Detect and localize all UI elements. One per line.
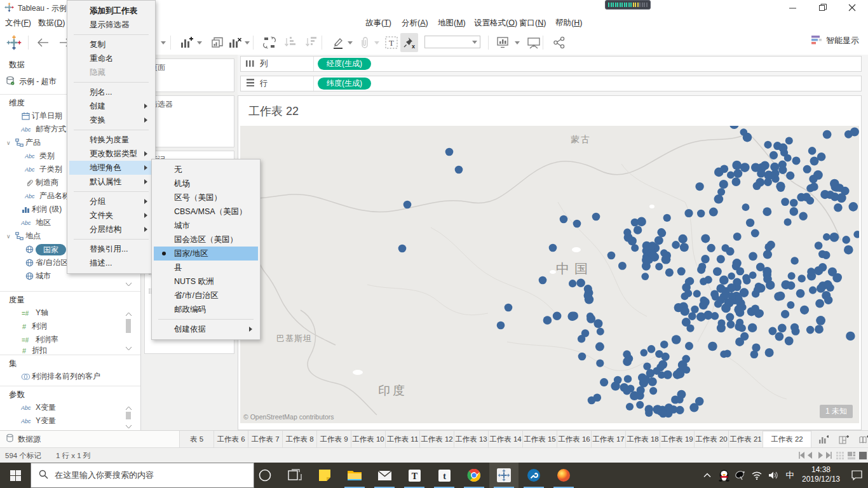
caret-down-icon[interactable]: [513, 33, 522, 52]
map-mark[interactable]: [790, 199, 798, 207]
map-mark[interactable]: [775, 332, 784, 341]
map-mark[interactable]: [785, 137, 793, 144]
menu-item-地理角色[interactable]: 地理角色: [69, 161, 153, 175]
map-mark[interactable]: [796, 289, 805, 298]
taskbar-app-mail[interactable]: [370, 463, 399, 488]
map-mark[interactable]: [578, 353, 587, 361]
map-mark[interactable]: [701, 234, 710, 243]
field-折扣[interactable]: #折扣: [0, 346, 141, 355]
map-mark[interactable]: [549, 244, 557, 252]
show-me-button[interactable]: 智能显示: [811, 35, 859, 46]
map-mark[interactable]: [624, 375, 632, 383]
map-mark[interactable]: [763, 267, 771, 276]
map-mark[interactable]: [749, 271, 757, 279]
map-mark[interactable]: [505, 304, 513, 312]
map-mark[interactable]: [665, 268, 674, 276]
sheet-tab-工作表 17[interactable]: 工作表 17: [592, 431, 626, 447]
map-mark[interactable]: [823, 130, 832, 139]
menu-item-描述...[interactable]: 描述...: [69, 256, 153, 270]
map-mark[interactable]: [672, 335, 681, 344]
map-mark[interactable]: [658, 229, 666, 237]
map-mark[interactable]: [764, 243, 773, 252]
map-mark[interactable]: [736, 268, 744, 276]
sheet-tab-工作表 10[interactable]: 工作表 10: [351, 431, 386, 447]
map-mark[interactable]: [663, 370, 672, 379]
field-利润排名前列的客户[interactable]: 利润排名前列的客户: [0, 370, 141, 383]
menu-窗口(N)[interactable]: 窗口(N): [519, 18, 546, 29]
new-worksheet-button[interactable]: [815, 433, 832, 445]
map-mark[interactable]: [676, 396, 684, 403]
map-mark[interactable]: [623, 229, 631, 236]
taskbar-app-firefox[interactable]: [549, 463, 578, 488]
taskbar-app-wrench-tool[interactable]: [519, 463, 548, 488]
map-mark[interactable]: [675, 406, 684, 414]
map-mark[interactable]: [714, 168, 724, 177]
presentation-mode-icon[interactable]: [525, 33, 543, 52]
map-mark[interactable]: [655, 350, 663, 358]
measures-scrollbar[interactable]: [126, 319, 131, 333]
map-mark[interactable]: [787, 281, 795, 290]
map-mark[interactable]: [733, 169, 742, 178]
map-mark[interactable]: [754, 286, 761, 294]
map-mark[interactable]: [721, 303, 731, 313]
map-mark[interactable]: [814, 266, 823, 275]
map-mark[interactable]: [853, 231, 859, 238]
map-mark[interactable]: [778, 324, 787, 333]
map-mark[interactable]: [403, 201, 412, 209]
menu-item-省/市/自治区[interactable]: 省/市/自治区: [154, 288, 258, 302]
start-button[interactable]: [0, 463, 31, 488]
map-mark[interactable]: [618, 262, 627, 270]
map-mark[interactable]: [798, 274, 806, 282]
map-mark[interactable]: [707, 244, 715, 252]
menu-item-替换引用...[interactable]: 替换引用...: [69, 242, 153, 256]
measures-scroll-down[interactable]: [125, 344, 132, 353]
map-mark[interactable]: [776, 292, 785, 301]
map-mark[interactable]: [588, 396, 596, 405]
map-mark[interactable]: [663, 214, 671, 222]
menu-item-邮政编码[interactable]: 邮政编码: [154, 302, 258, 316]
menu-item-别名...[interactable]: 别名...: [69, 85, 153, 99]
map-mark[interactable]: [497, 322, 505, 330]
map-mark[interactable]: [734, 305, 743, 315]
unknown-values-badge[interactable]: 1 未知: [820, 405, 853, 418]
menu-item-转换为度量[interactable]: 转换为度量: [69, 133, 153, 147]
map-mark[interactable]: [719, 276, 729, 285]
map-mark[interactable]: [748, 323, 757, 332]
map-mark[interactable]: [740, 128, 748, 136]
longitude-pill[interactable]: 经度(生成): [318, 58, 371, 70]
new-worksheet-icon[interactable]: [178, 33, 196, 52]
map-mark[interactable]: [695, 397, 704, 406]
map-mark[interactable]: [649, 387, 657, 395]
filters-card[interactable]: 筛选器: [144, 95, 234, 147]
map-mark[interactable]: [815, 325, 824, 334]
map-mark[interactable]: [763, 250, 772, 259]
map-mark[interactable]: [710, 290, 719, 298]
field-Y变量[interactable]: AbcY变量: [0, 414, 141, 428]
map-mark[interactable]: [641, 349, 648, 356]
map-mark[interactable]: [788, 272, 796, 280]
map-mark[interactable]: [584, 285, 592, 293]
map-mark[interactable]: [842, 236, 850, 244]
map-mark[interactable]: [634, 226, 642, 234]
fit-view-icon[interactable]: [496, 33, 513, 52]
menu-数据(D)[interactable]: 数据(D): [38, 18, 65, 29]
taskbar-app-tableau[interactable]: [489, 463, 519, 488]
map-mark[interactable]: [696, 312, 706, 322]
map-mark[interactable]: [569, 280, 576, 287]
map-mark[interactable]: [733, 233, 742, 241]
minimize-button[interactable]: [782, 0, 803, 15]
map-mark[interactable]: [587, 313, 594, 320]
view-mode-tabs-icon[interactable]: [836, 452, 844, 461]
menu-item-区号（美国）[interactable]: 区号（美国）: [154, 191, 258, 205]
view-mode-filmstrip-icon[interactable]: [848, 452, 855, 461]
sheet-tab-工作表 16[interactable]: 工作表 16: [557, 431, 592, 447]
map-mark[interactable]: [691, 306, 698, 313]
map-mark[interactable]: [539, 276, 547, 285]
map-mark[interactable]: [630, 391, 639, 401]
map-mark[interactable]: [686, 325, 694, 332]
map-mark[interactable]: [790, 323, 799, 332]
tab-nav-controls[interactable]: [798, 452, 832, 460]
swap-rows-columns-icon[interactable]: [261, 33, 278, 52]
map-mark[interactable]: [740, 163, 750, 172]
tray-expand-icon[interactable]: [699, 473, 715, 478]
